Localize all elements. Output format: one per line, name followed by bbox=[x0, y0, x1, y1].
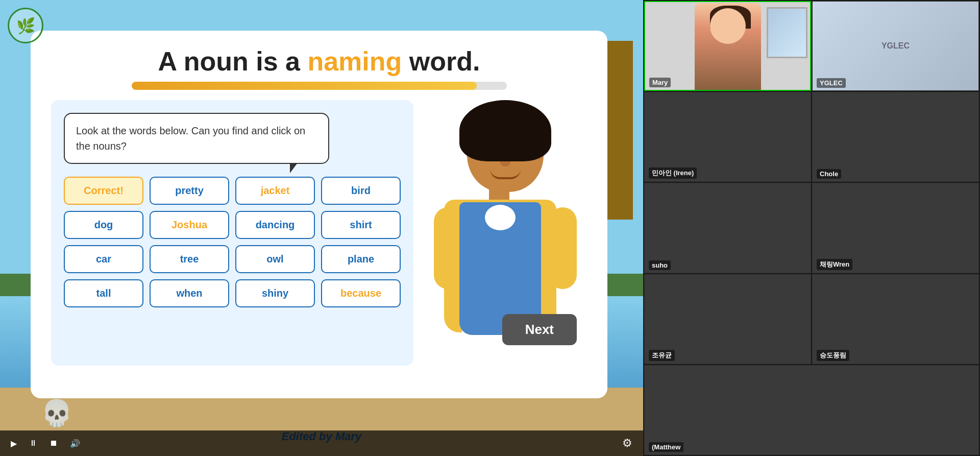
participant-tile-yglec: YGLEC YGLEC bbox=[812, 1, 979, 91]
word-button-dancing[interactable]: dancing bbox=[235, 211, 315, 239]
play-button[interactable]: ▶ bbox=[8, 437, 20, 450]
content-body: Look at the words below. Can you find an… bbox=[51, 100, 587, 366]
title-suffix: word. bbox=[402, 46, 480, 76]
participant-tile-chole: Chole bbox=[812, 92, 979, 182]
mary-window-bg bbox=[767, 7, 807, 58]
char-mouth bbox=[490, 169, 521, 179]
word-button-because[interactable]: because bbox=[321, 279, 401, 307]
pause-button[interactable]: ⏸ bbox=[26, 437, 40, 450]
participant-label-matthew: (Matthew bbox=[649, 442, 683, 452]
word-button-pretty[interactable]: pretty bbox=[150, 177, 229, 205]
word-button-tall[interactable]: tall bbox=[64, 279, 143, 307]
char-right-arm bbox=[549, 207, 577, 289]
word-grid: Correct! pretty jacket bird dog Joshua d… bbox=[64, 177, 401, 307]
presentation-area: 🌿 A noun is a naming word. Look at the w… bbox=[0, 0, 643, 456]
title-prefix: A noun is a bbox=[158, 46, 308, 76]
word-button-plane[interactable]: plane bbox=[321, 245, 401, 273]
char-collar bbox=[485, 205, 516, 230]
participant-label-wren: 채링Wren bbox=[817, 259, 852, 270]
participant-label-chole: Chole bbox=[817, 169, 841, 179]
settings-button[interactable]: ⚙ bbox=[619, 435, 635, 452]
participant-label-yglec: YGLEC bbox=[817, 78, 846, 88]
word-button-dog[interactable]: dog bbox=[64, 211, 143, 239]
left-panel: Look at the words below. Can you find an… bbox=[51, 100, 413, 366]
participant-tile-mary: Mary bbox=[644, 1, 811, 91]
title-highlight: naming bbox=[307, 46, 402, 76]
word-button-shirt[interactable]: shirt bbox=[321, 211, 401, 239]
word-button-tree[interactable]: tree bbox=[150, 245, 229, 273]
word-button-joshua[interactable]: Joshua bbox=[150, 211, 229, 239]
word-button-bird[interactable]: bird bbox=[321, 177, 401, 205]
participants-sidebar: Mary YGLEC YGLEC 민아인 (Irene) Chole suho … bbox=[643, 0, 980, 456]
skull-decoration: 💀 bbox=[41, 398, 72, 428]
content-card: A noun is a naming word. Look at the wor… bbox=[31, 31, 607, 398]
word-button-car[interactable]: car bbox=[64, 245, 143, 273]
word-button-correct[interactable]: Correct! bbox=[64, 177, 143, 205]
participant-label-suho: suho bbox=[649, 260, 671, 270]
yglec-bg: YGLEC bbox=[813, 2, 978, 90]
logo-area: 🌿 bbox=[8, 8, 48, 49]
participant-label-mary: Mary bbox=[649, 78, 671, 87]
next-button[interactable]: Next bbox=[502, 314, 577, 345]
speech-bubble: Look at the words below. Can you find an… bbox=[64, 113, 329, 164]
char-hair-outer bbox=[459, 100, 551, 161]
yglec-label: YGLEC bbox=[881, 41, 910, 51]
participant-tile-irene: 민아인 (Irene) bbox=[644, 92, 811, 182]
participant-tile-matthew: (Matthew bbox=[644, 365, 979, 455]
mary-figure bbox=[695, 3, 761, 90]
participant-tile-wren: 채링Wren bbox=[812, 183, 979, 273]
word-button-when[interactable]: when bbox=[150, 279, 229, 307]
participant-tile-seungdo: 승도풍림 bbox=[812, 274, 979, 364]
char-left-arm bbox=[434, 207, 462, 289]
instruction-text: Look at the words below. Can you find an… bbox=[76, 125, 305, 152]
main-title: A noun is a naming word. bbox=[51, 46, 587, 77]
logo-icon: 🌿 bbox=[16, 17, 35, 35]
participant-label-seungdo: 승도풍림 bbox=[817, 350, 849, 361]
participant-tile-suho: suho bbox=[644, 183, 811, 273]
progress-bar-fill bbox=[132, 82, 477, 90]
volume-button[interactable]: 🔊 bbox=[67, 437, 83, 450]
participant-label-joyugon: 조유균 bbox=[649, 350, 675, 361]
progress-bar-container bbox=[132, 82, 507, 90]
participant-tile-joyugun: 조유균 bbox=[644, 274, 811, 364]
word-button-jacket[interactable]: jacket bbox=[235, 177, 315, 205]
bottom-controls: ▶ ⏸ ⏹ 🔊 ⚙ bbox=[0, 430, 643, 456]
logo-circle: 🌿 bbox=[8, 8, 43, 43]
word-button-owl[interactable]: owl bbox=[235, 245, 315, 273]
stop-button[interactable]: ⏹ bbox=[46, 437, 61, 450]
word-button-shiny[interactable]: shiny bbox=[235, 279, 315, 307]
character-area: Next bbox=[424, 100, 587, 366]
mary-face bbox=[710, 8, 746, 44]
participant-label-irene: 민아인 (Irene) bbox=[649, 167, 697, 179]
